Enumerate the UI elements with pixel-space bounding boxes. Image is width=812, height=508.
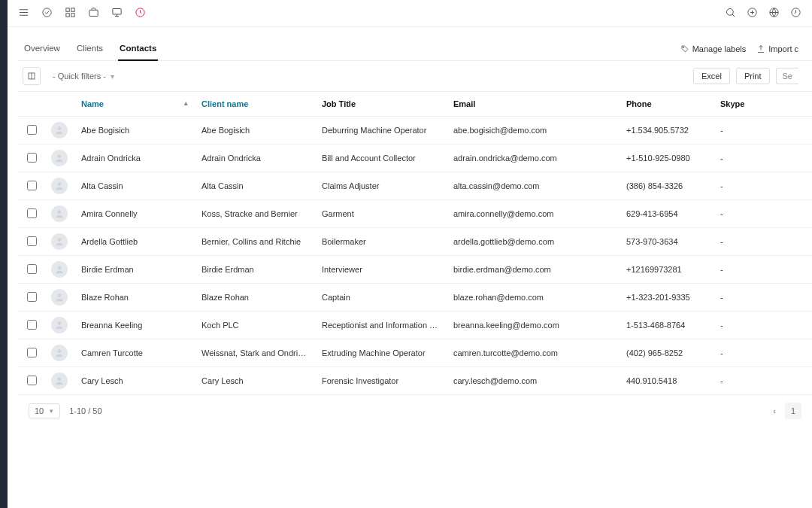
current-page[interactable]: 1 bbox=[785, 403, 801, 419]
cell-job: Forensic Investigator bbox=[316, 367, 447, 395]
plus-circle-icon[interactable] bbox=[747, 7, 758, 20]
row-checkbox[interactable] bbox=[27, 208, 37, 218]
prev-page-button[interactable]: ‹ bbox=[767, 403, 782, 418]
table-row[interactable]: Camren TurcotteWeissnat, Stark and Ondri… bbox=[18, 339, 812, 367]
row-checkbox-cell bbox=[18, 228, 45, 256]
table-row[interactable]: Abe BogisichAbe BogisichDeburring Machin… bbox=[18, 117, 812, 144]
export-excel-button[interactable]: Excel bbox=[693, 68, 730, 84]
svg-point-24 bbox=[58, 126, 62, 130]
svg-point-32 bbox=[58, 349, 62, 353]
avatar-cell bbox=[45, 256, 75, 284]
avatar bbox=[51, 345, 68, 361]
cell-phone: 573-970-3634 bbox=[620, 228, 714, 256]
table-row[interactable]: Alta CassinAlta CassinClaims Adjusteralt… bbox=[18, 172, 812, 200]
row-checkbox[interactable] bbox=[27, 292, 37, 302]
tab-clients[interactable]: Clients bbox=[75, 38, 105, 60]
col-phone[interactable]: Phone bbox=[620, 92, 714, 117]
cell-phone: (402) 965-8252 bbox=[620, 339, 714, 367]
check-circle-icon[interactable] bbox=[41, 7, 53, 20]
cell-skype: - bbox=[714, 200, 812, 228]
avatar bbox=[51, 122, 68, 138]
cell-phone: 440.910.5418 bbox=[620, 367, 714, 395]
svg-line-14 bbox=[732, 14, 735, 17]
clock-accent-icon[interactable] bbox=[135, 7, 146, 20]
cell-phone: +1-323-201-9335 bbox=[620, 284, 714, 312]
row-checkbox[interactable] bbox=[27, 236, 37, 246]
row-checkbox[interactable] bbox=[27, 125, 37, 135]
columns-icon bbox=[27, 71, 36, 81]
cell-name: Abe Bogisich bbox=[75, 117, 195, 144]
col-job-title[interactable]: Job Title bbox=[316, 92, 447, 117]
history-icon[interactable] bbox=[790, 7, 801, 20]
row-checkbox-cell bbox=[18, 200, 45, 228]
monitor-icon[interactable] bbox=[111, 7, 123, 20]
quick-filters-dropdown[interactable]: - Quick filters - ▾ bbox=[47, 68, 120, 84]
cell-phone: 1-513-468-8764 bbox=[620, 312, 714, 339]
row-checkbox-cell bbox=[18, 312, 45, 339]
col-client-name[interactable]: Client name bbox=[195, 92, 316, 117]
cell-name: Cary Lesch bbox=[75, 367, 195, 395]
table-row[interactable]: Breanna KeelingKoch PLCReceptionist and … bbox=[18, 312, 812, 339]
tab-overview[interactable]: Overview bbox=[23, 38, 62, 60]
table-row[interactable]: Amira ConnellyKoss, Stracke and BernierG… bbox=[18, 200, 812, 228]
avatar-cell bbox=[45, 367, 75, 395]
svg-rect-5 bbox=[71, 8, 74, 11]
avatar bbox=[51, 178, 68, 194]
import-contacts-label: Import c bbox=[768, 44, 798, 53]
avatar-header bbox=[45, 92, 75, 117]
row-checkbox[interactable] bbox=[27, 264, 37, 274]
avatar-cell bbox=[45, 172, 75, 200]
page-size-select[interactable]: 10 ▼ bbox=[29, 403, 60, 418]
col-email[interactable]: Email bbox=[447, 92, 620, 117]
avatar-cell bbox=[45, 339, 75, 367]
row-checkbox[interactable] bbox=[27, 348, 37, 357]
svg-point-27 bbox=[58, 210, 62, 214]
cell-name: Amira Connelly bbox=[75, 200, 195, 228]
cell-job: Interviewer bbox=[316, 256, 447, 284]
row-checkbox-cell bbox=[18, 144, 45, 172]
svg-rect-7 bbox=[71, 13, 74, 16]
globe-icon[interactable] bbox=[768, 7, 780, 20]
cell-skype: - bbox=[714, 144, 812, 172]
menu-icon[interactable] bbox=[18, 7, 29, 20]
cell-email: amira.connelly@demo.com bbox=[447, 200, 620, 228]
svg-rect-4 bbox=[66, 8, 69, 11]
table-row[interactable]: Adrain OndrickaAdrain OndrickaBill and A… bbox=[18, 144, 812, 172]
columns-button[interactable] bbox=[23, 67, 41, 85]
import-contacts-button[interactable]: Import c bbox=[756, 44, 798, 53]
manage-labels-button[interactable]: Manage labels bbox=[680, 44, 747, 53]
svg-point-29 bbox=[58, 266, 62, 269]
cell-skype: - bbox=[714, 256, 812, 284]
col-skype[interactable]: Skype bbox=[714, 92, 812, 117]
svg-point-30 bbox=[58, 294, 62, 297]
avatar bbox=[51, 261, 68, 278]
search-icon[interactable] bbox=[725, 7, 736, 20]
row-checkbox[interactable] bbox=[27, 181, 37, 190]
row-checkbox[interactable] bbox=[27, 153, 37, 163]
table-row[interactable]: Ardella GottliebBernier, Collins and Rit… bbox=[18, 228, 812, 256]
cell-client: Cary Lesch bbox=[195, 367, 316, 395]
svg-point-3 bbox=[43, 8, 51, 16]
tag-icon bbox=[680, 44, 689, 53]
search-input[interactable]: Se bbox=[776, 68, 798, 84]
svg-point-13 bbox=[727, 8, 734, 15]
row-checkbox[interactable] bbox=[27, 376, 37, 385]
tab-contacts[interactable]: Contacts bbox=[118, 38, 158, 60]
svg-point-33 bbox=[58, 377, 62, 381]
cell-name: Alta Cassin bbox=[75, 172, 195, 200]
table-row[interactable]: Blaze RohanBlaze RohanCaptainblaze.rohan… bbox=[18, 284, 812, 312]
cell-name: Adrain Ondricka bbox=[75, 144, 195, 172]
row-checkbox-cell bbox=[18, 117, 45, 144]
briefcase-icon[interactable] bbox=[88, 7, 99, 20]
print-button[interactable]: Print bbox=[736, 68, 770, 84]
svg-rect-9 bbox=[113, 8, 121, 14]
cell-job: Extruding Machine Operator bbox=[316, 339, 447, 367]
cell-job: Captain bbox=[316, 284, 447, 312]
col-name[interactable]: Name▴ bbox=[75, 92, 195, 117]
grid-icon[interactable] bbox=[65, 7, 76, 20]
table-row[interactable]: Birdie ErdmanBirdie ErdmanInterviewerbir… bbox=[18, 256, 812, 284]
row-checkbox[interactable] bbox=[27, 320, 37, 330]
chevron-down-icon: ▼ bbox=[48, 408, 54, 415]
pagination: 10 ▼ 1-10 / 50 ‹ 1 bbox=[18, 395, 812, 427]
table-row[interactable]: Cary LeschCary LeschForensic Investigato… bbox=[18, 367, 812, 395]
